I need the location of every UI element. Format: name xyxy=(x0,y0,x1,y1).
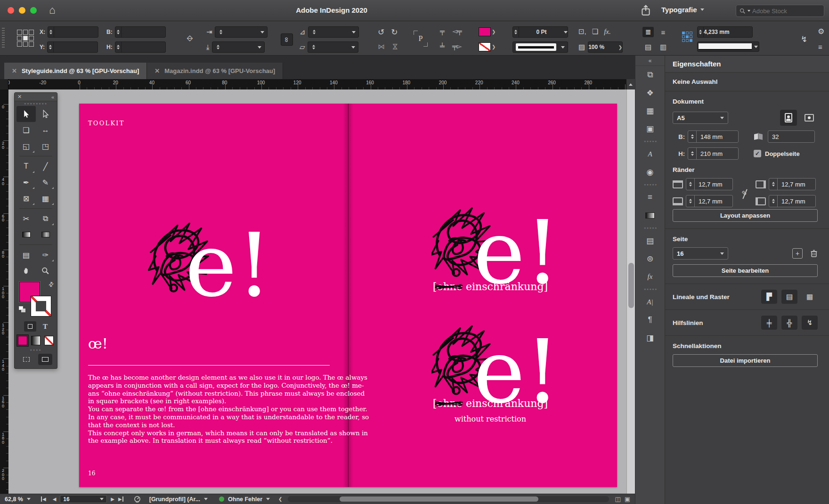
margin-right-field[interactable]: 12,7 mm xyxy=(769,178,816,190)
spacing-proxy[interactable] xyxy=(682,32,692,42)
page-select[interactable]: 16 xyxy=(60,495,107,503)
properties-panel-title[interactable]: Eigenschaften xyxy=(665,56,829,73)
spacing-field[interactable]: 4,233 mm xyxy=(697,26,753,38)
show-rulers-button[interactable]: ▛ xyxy=(761,290,777,304)
default-fill-stroke-icon[interactable] xyxy=(19,306,26,313)
margin-left-field[interactable]: 12,7 mm xyxy=(769,195,816,207)
zoom-window-button[interactable] xyxy=(30,7,37,14)
tab-magazin[interactable]: ✕ Magazin.indd @ 63 % [GPU-Vorschau] xyxy=(147,63,283,79)
fill-flyout-arrow[interactable]: ❯ xyxy=(492,29,496,34)
stroke-color-swatch[interactable] xyxy=(479,42,491,51)
character-styles-panel-icon[interactable]: A xyxy=(642,147,658,161)
previous-page-button[interactable]: ◀ xyxy=(53,496,57,502)
layout-view-icon[interactable]: ▣ xyxy=(625,496,630,503)
select-container-icon[interactable]: P xyxy=(414,31,428,47)
gradient-swatch-tool-icon[interactable] xyxy=(16,227,36,243)
pages-panel-icon[interactable]: ⧉ xyxy=(642,68,658,82)
vertical-ruler[interactable]: 02 04 06 08 01 0 01 2 01 4 01 6 01 8 02 … xyxy=(0,89,8,494)
baseline-options-icon[interactable]: ▥ xyxy=(658,42,669,52)
scroll-left-button[interactable]: ❮ xyxy=(278,496,282,502)
close-tab-icon[interactable]: ✕ xyxy=(12,67,17,74)
rectangle-tool-icon[interactable]: ▦ xyxy=(36,190,55,206)
stroke-style-dropdown[interactable] xyxy=(512,41,568,53)
link-scale-button[interactable]: ∞ xyxy=(281,33,293,46)
layers-panel-icon[interactable]: ❖ xyxy=(642,86,658,100)
direct-selection-tool-icon[interactable] xyxy=(36,106,55,122)
edit-page-button[interactable]: Seite bearbeiten xyxy=(673,264,818,277)
rotate-ccw-icon[interactable]: ↺ xyxy=(378,27,384,37)
apply-gradient-button[interactable] xyxy=(31,336,41,345)
flip-vertical-icon[interactable]: ⋈ xyxy=(391,43,399,50)
palette-grip[interactable]: ●●●●●●●● xyxy=(15,101,57,106)
paragraph-styles-panel-icon[interactable]: ¶ xyxy=(642,313,658,327)
scale-x-dropdown[interactable] xyxy=(215,26,268,38)
workspace-switcher[interactable]: Typografie xyxy=(661,6,704,14)
hand-tool-icon[interactable] xyxy=(16,263,36,279)
cc-libraries-panel-icon[interactable]: ▦ xyxy=(642,104,658,118)
preflight-status[interactable]: Ohne Fehler xyxy=(228,496,262,503)
lightning-icon[interactable]: ↯ xyxy=(801,34,807,44)
rotation-dropdown[interactable] xyxy=(308,26,359,38)
frame-tool-icon[interactable]: ⊠ xyxy=(16,190,36,206)
fill-color-swatch[interactable] xyxy=(479,27,491,36)
canvas[interactable]: 02 04 06 08 01 0 01 2 01 4 01 6 01 8 02 … xyxy=(0,89,635,494)
profile-dropdown-icon[interactable] xyxy=(204,498,208,500)
effects-icon[interactable]: fx. xyxy=(604,28,611,36)
object-style-dropdown[interactable] xyxy=(697,41,759,52)
adjust-layout-button[interactable]: Layout anpassen xyxy=(673,209,818,222)
horizontal-scrollbar[interactable] xyxy=(288,496,609,502)
text-frame-options-icon[interactable]: ▤ xyxy=(642,42,654,52)
landscape-orientation-button[interactable] xyxy=(801,110,818,126)
close-tab-icon[interactable]: ✕ xyxy=(154,67,160,74)
tab-styleguide[interactable]: ✕ Styleguide.indd @ 63 % [GPU-Vorschau] xyxy=(4,63,147,79)
stroke-flyout-arrow[interactable]: ❯ xyxy=(492,44,496,49)
x-position-field[interactable] xyxy=(48,26,98,38)
zoom-level[interactable]: 62,8 % xyxy=(5,496,23,503)
relink-up-icon[interactable]: ╤ xyxy=(440,27,445,35)
formatting-affects-container-button[interactable] xyxy=(24,321,36,332)
pages-alt-panel-icon[interactable]: ▤ xyxy=(642,234,658,248)
spread[interactable]: TOOLKIT e! œ! The œ has become another d… xyxy=(79,104,617,487)
corner-options-icon[interactable]: ⊡, xyxy=(578,27,586,36)
normal-mode-icon[interactable] xyxy=(19,354,33,365)
stroke-swatch[interactable] xyxy=(31,296,51,317)
apply-none-button[interactable] xyxy=(44,336,54,345)
gradient-feather-tool-icon[interactable] xyxy=(36,227,55,243)
y-position-field[interactable] xyxy=(47,41,98,53)
split-view-icon[interactable]: ◫ xyxy=(615,496,620,503)
stock-search[interactable] xyxy=(736,5,824,17)
scale-y-dropdown[interactable] xyxy=(212,41,265,53)
shear-dropdown[interactable] xyxy=(308,41,358,53)
show-guides-button[interactable]: ╪ xyxy=(761,316,777,330)
import-file-button[interactable]: Datei importieren xyxy=(673,354,818,367)
horizontal-ruler[interactable]: -40-200204060801001201401601802002202402… xyxy=(0,79,626,89)
document-grid-button[interactable]: ▦ xyxy=(802,290,818,304)
scroll-up-button[interactable] xyxy=(626,79,635,89)
add-page-button[interactable]: + xyxy=(792,248,803,259)
pen-tool-icon[interactable]: ✒ xyxy=(16,174,36,190)
page-number-select[interactable]: 16 xyxy=(673,247,728,260)
share-icon[interactable] xyxy=(640,4,653,17)
opacity-field[interactable]: 100 %❯ xyxy=(588,41,623,53)
scissors-tool-icon[interactable]: ✂ xyxy=(16,211,36,227)
selection-tool-icon[interactable] xyxy=(16,106,36,122)
scrollbar-thumb[interactable] xyxy=(628,263,634,308)
eyedropper-tool-icon[interactable]: ✑ xyxy=(36,247,55,263)
panel-menu-icon[interactable]: ≡ xyxy=(818,43,822,51)
margin-bottom-field[interactable]: 12,7 mm xyxy=(686,195,733,207)
pages-count-field[interactable]: 32 xyxy=(768,130,815,143)
facing-pages-checkbox[interactable]: ✓ xyxy=(754,150,761,157)
ruler-origin-corner[interactable] xyxy=(0,79,8,89)
lock-guides-button[interactable]: ╬ xyxy=(781,316,797,330)
portrait-orientation-button[interactable] xyxy=(780,110,797,126)
type-tool-icon[interactable]: T xyxy=(16,158,36,174)
pencil-tool-icon[interactable]: ✎ xyxy=(36,174,55,190)
constrain-proportions-icon[interactable]: ⧄ xyxy=(185,33,195,43)
object-styles-panel-icon[interactable]: ◨ xyxy=(642,331,658,345)
text-wrap-panel-icon[interactable]: ◉ xyxy=(642,165,658,179)
close-palette-icon[interactable]: ✕ xyxy=(17,94,22,100)
effects-panel-icon[interactable]: fx xyxy=(642,269,658,284)
collapse-palette-icon[interactable]: « xyxy=(51,94,54,100)
stock-search-input[interactable] xyxy=(752,8,809,15)
margin-top-field[interactable]: 12,7 mm xyxy=(686,178,733,190)
